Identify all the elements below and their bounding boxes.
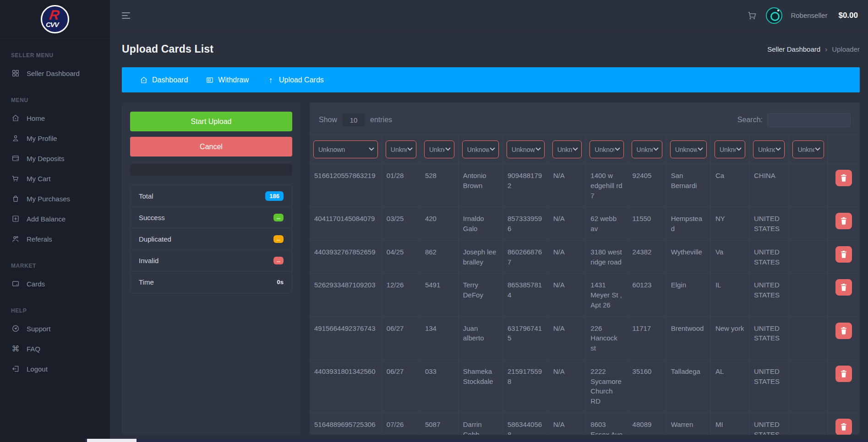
table-cell: N/A bbox=[548, 207, 586, 241]
table-cell: 5087 bbox=[420, 413, 458, 435]
sidebar-item-faq[interactable]: ⌘ FAQ bbox=[0, 339, 110, 359]
delete-row-button[interactable] bbox=[835, 279, 852, 296]
trash-icon bbox=[840, 327, 847, 335]
table-row: 516488969572530607/265087Darrin Cobb5863… bbox=[310, 413, 860, 435]
column-filter-select[interactable]: Unknown bbox=[632, 140, 662, 158]
sidebar-item-home[interactable]: Home bbox=[0, 108, 110, 128]
avatar[interactable] bbox=[766, 7, 782, 24]
table-controls: Show entries Search: bbox=[310, 110, 860, 135]
username[interactable]: Robenseller bbox=[791, 11, 827, 19]
sidebar-item-add-balance[interactable]: Add Balance bbox=[0, 209, 110, 229]
table-cell: 528 bbox=[420, 164, 458, 207]
sidebar-section-label: SELLER MENU bbox=[0, 43, 110, 63]
cancel-button[interactable]: Cancel bbox=[130, 137, 292, 156]
table-row: 516612055786321901/28528Antonio Brown909… bbox=[310, 164, 860, 207]
delete-row-button[interactable] bbox=[835, 170, 852, 186]
table-cell: Talladega bbox=[666, 360, 710, 413]
search-group: Search: bbox=[737, 113, 851, 127]
horizontal-scrollbar[interactable] bbox=[85, 439, 868, 442]
main-area: Robenseller $0.00 Upload Cards List Sell… bbox=[110, 0, 868, 442]
page-size-input[interactable] bbox=[342, 113, 366, 127]
column-filter-select[interactable]: Unknown bbox=[386, 140, 416, 158]
search-label: Search: bbox=[737, 116, 763, 124]
table-cell: 06/27 bbox=[382, 360, 420, 413]
column-filter-select[interactable]: Unknown bbox=[590, 140, 623, 158]
stat-badge-invalid: ... bbox=[273, 257, 284, 264]
upload-panel: Start Upload Cancel Total 186 Success ..… bbox=[122, 102, 300, 435]
subnav-item-upload-cards[interactable]: ↑ Upload Cards bbox=[266, 75, 324, 85]
table-cell: 48089 bbox=[628, 413, 666, 435]
column-filter-select[interactable]: Unknown bbox=[424, 140, 454, 158]
column-filter-select[interactable]: Unknown bbox=[670, 140, 707, 158]
delete-row-button[interactable] bbox=[835, 213, 852, 229]
sidebar-item-my-deposits[interactable]: My Deposits bbox=[0, 148, 110, 168]
column-filter-select[interactable]: Unknown bbox=[792, 140, 824, 158]
start-upload-button[interactable]: Start Upload bbox=[130, 112, 292, 131]
trash-icon bbox=[840, 423, 847, 431]
filter-header-col-4: Unknown bbox=[503, 135, 549, 164]
table-cell: San Bernardi bbox=[666, 164, 710, 207]
hamburger-menu-icon[interactable] bbox=[122, 11, 132, 21]
table-cell: N/A bbox=[548, 360, 586, 413]
balance: $0.00 bbox=[838, 11, 858, 20]
subnav-item-withdraw[interactable]: Withdraw bbox=[205, 75, 249, 85]
table-cell: UNITED STATES bbox=[749, 207, 789, 241]
table-cell: Brentwood bbox=[666, 317, 710, 360]
filter-header-col-8: Unknown bbox=[666, 135, 710, 164]
sidebar-section: MARKET Cards bbox=[0, 253, 110, 294]
delete-row-button[interactable] bbox=[835, 419, 852, 435]
table-cell: 5491 bbox=[420, 274, 458, 317]
table-cell bbox=[789, 317, 828, 360]
delete-row-button[interactable] bbox=[835, 366, 852, 382]
table-cell: Juan alberto bbox=[458, 317, 502, 360]
table-cell: MI bbox=[710, 413, 749, 435]
column-filter-select[interactable]: Unknown bbox=[462, 140, 499, 158]
column-filter-select[interactable]: Unknown bbox=[552, 140, 582, 158]
column-filter-select[interactable]: Unknown bbox=[507, 140, 545, 158]
sidebar-item-support[interactable]: Support bbox=[0, 318, 110, 339]
cart-icon[interactable] bbox=[747, 10, 758, 21]
delete-row-button[interactable] bbox=[835, 323, 852, 339]
sidebar-item-my-profile[interactable]: My Profile bbox=[0, 128, 110, 148]
stat-label: Total bbox=[139, 192, 153, 200]
table-cell: NY bbox=[710, 207, 749, 241]
table-cell: N/A bbox=[548, 274, 586, 317]
subnav-item-dashboard[interactable]: Dashboard bbox=[139, 75, 188, 85]
table-cell: 134 bbox=[420, 317, 458, 360]
table-cell: 9094881792 bbox=[503, 164, 549, 207]
plus-square-icon bbox=[11, 214, 20, 223]
filter-header-col-1: Unknown bbox=[382, 135, 420, 164]
sidebar-item-seller-dashboard[interactable]: Seller Dashboard bbox=[0, 63, 110, 83]
search-input[interactable] bbox=[767, 113, 851, 127]
sidebar-item-logout[interactable]: Logout bbox=[0, 359, 110, 379]
logout-icon bbox=[11, 364, 20, 373]
scrollbar-thumb[interactable] bbox=[87, 439, 136, 442]
sidebar-item-my-cart[interactable]: My Cart bbox=[0, 168, 110, 189]
table-cell: CHINA bbox=[749, 164, 789, 207]
stat-row: Total 186 bbox=[131, 185, 292, 207]
deposits-icon bbox=[11, 154, 20, 163]
sidebar-item-my-purchases[interactable]: My Purchases bbox=[0, 189, 110, 209]
withdraw-icon bbox=[205, 75, 214, 85]
delete-row-button[interactable] bbox=[835, 246, 852, 263]
sidebar-item-cards[interactable]: Cards bbox=[0, 274, 110, 294]
table-cell: Warren bbox=[666, 413, 710, 435]
sidebar: R CVV SELLER MENU Seller Dashboard MENU … bbox=[0, 0, 110, 442]
column-filter-select[interactable]: Unknown bbox=[313, 140, 378, 158]
brand-logo[interactable]: R CVV bbox=[41, 5, 69, 33]
upload-arrow-icon: ↑ bbox=[266, 75, 275, 85]
table-cell: 03/25 bbox=[382, 207, 420, 241]
grid-icon bbox=[11, 69, 20, 78]
table-cell: UNITED STATES bbox=[749, 274, 789, 317]
column-filter-select[interactable]: Unknown bbox=[715, 140, 745, 158]
breadcrumb-parent[interactable]: Seller Dashboard bbox=[767, 45, 820, 53]
table-cell: N/A bbox=[548, 317, 586, 360]
table-cell: 4915664492376743 bbox=[310, 317, 382, 360]
column-filter-select[interactable]: Unknown bbox=[753, 140, 785, 158]
sidebar-item-referals[interactable]: Referals bbox=[0, 229, 110, 249]
sidebar-section: MENU Home My Profile My Deposits My Cart… bbox=[0, 88, 110, 249]
table-cell: Hempstead bbox=[666, 207, 710, 241]
table-cell: 60123 bbox=[628, 274, 666, 317]
upload-progress-bar bbox=[130, 164, 292, 176]
trash-icon bbox=[840, 217, 847, 225]
